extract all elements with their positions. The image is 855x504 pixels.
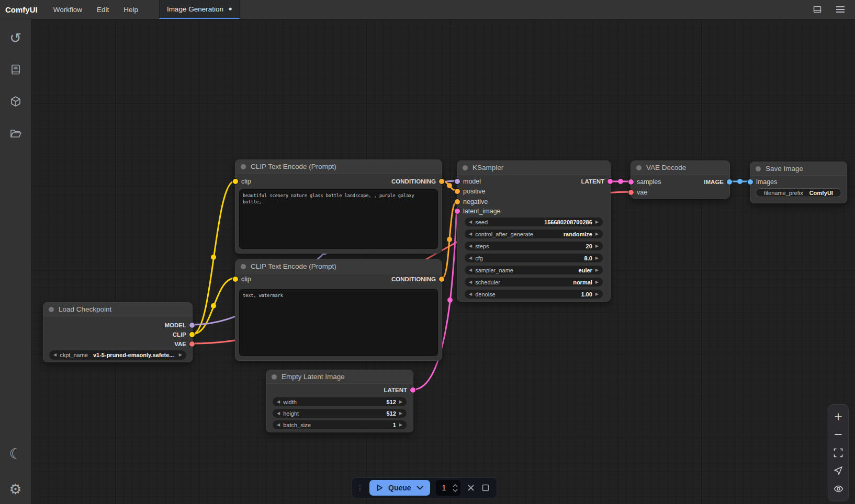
node-title[interactable]: CLIP Text Encode (Prompt) [235, 260, 442, 273]
menu-edit[interactable]: Edit [89, 0, 116, 19]
node-title[interactable]: Empty Latent Image [266, 370, 413, 384]
arrow-left-icon[interactable]: ◀ [469, 268, 472, 272]
arrow-right-icon[interactable]: ▶ [595, 244, 599, 248]
queue-button[interactable]: Queue [369, 480, 430, 496]
history-icon[interactable]: ↺ [5, 27, 27, 49]
collapse-dot[interactable] [463, 165, 468, 170]
navigation-icon[interactable] [833, 465, 844, 476]
node-vae-decode[interactable]: VAE Decode samples IMAGE vae [631, 161, 730, 199]
output-slot-latent[interactable] [608, 179, 613, 184]
node-empty-latent-image[interactable]: Empty Latent Image LATENT ◀ width 512 ▶ … [266, 370, 413, 432]
collapse-dot[interactable] [756, 166, 761, 171]
drag-handle-icon[interactable]: ⋮ [356, 484, 364, 491]
input-slot-samples[interactable] [628, 179, 634, 185]
output-slot-conditioning[interactable] [439, 179, 444, 184]
arrow-right-icon[interactable]: ▶ [595, 280, 599, 284]
output-slot-latent[interactable] [410, 387, 415, 393]
prompt-textarea[interactable]: beautiful scenery nature glass bottle la… [239, 189, 438, 249]
arrow-right-icon[interactable]: ▶ [179, 353, 182, 357]
menu-help[interactable]: Help [116, 0, 145, 19]
node-log-icon[interactable] [5, 59, 27, 81]
node-library-icon[interactable] [5, 90, 27, 112]
node-title[interactable]: CLIP Text Encode (Prompt) [235, 160, 442, 174]
widget-filename-prefix[interactable]: filename_prefix ComfyUI [756, 188, 841, 197]
node-title[interactable]: VAE Decode [631, 161, 729, 175]
menu-icon[interactable] [835, 4, 846, 15]
input-slot-clip[interactable] [233, 277, 238, 282]
widget-width[interactable]: ◀ width 512 ▶ [273, 397, 407, 406]
node-title[interactable]: Load Checkpoint [43, 303, 192, 316]
node-graph-canvas[interactable]: CLIP Text Encode (Prompt) clip CONDITION… [31, 19, 855, 504]
widget-sampler-name[interactable]: ◀ sampler_name euler ▶ [465, 266, 603, 274]
zoom-out-icon[interactable]: − [833, 429, 844, 441]
arrow-left-icon[interactable]: ◀ [469, 220, 472, 224]
output-slot-clip[interactable] [189, 332, 195, 337]
output-slot-model[interactable] [189, 323, 195, 328]
collapse-dot[interactable] [49, 307, 54, 312]
collapse-dot[interactable] [272, 374, 277, 380]
bottom-panel-icon[interactable] [812, 4, 823, 15]
arrow-right-icon[interactable]: ▶ [399, 411, 402, 416]
arrow-right-icon[interactable]: ▶ [399, 400, 402, 404]
chevron-down-icon[interactable] [417, 486, 423, 490]
input-slot-model[interactable] [455, 179, 460, 184]
widget-steps[interactable]: ◀ steps 20 ▶ [465, 242, 603, 250]
widget-height[interactable]: ◀ height 512 ▶ [273, 409, 407, 418]
arrow-left-icon[interactable]: ◀ [277, 423, 280, 427]
output-slot-image[interactable] [727, 179, 732, 185]
widget-cfg[interactable]: ◀ cfg 8.0 ▶ [465, 254, 603, 262]
widget-denoise[interactable]: ◀ denoise 1.00 ▶ [465, 290, 603, 299]
theme-toggle-icon[interactable]: ☾ [5, 442, 27, 464]
node-ksampler[interactable]: KSampler model LATENT positive negative … [457, 161, 611, 302]
node-title[interactable]: KSampler [457, 161, 610, 175]
collapse-dot[interactable] [636, 165, 642, 170]
zoom-in-icon[interactable]: + [833, 411, 844, 422]
widget-seed[interactable]: ◀ seed 156680208700286 ▶ [465, 217, 603, 226]
spinner-up-icon[interactable] [453, 484, 458, 487]
arrow-left-icon[interactable]: ◀ [277, 411, 280, 416]
input-slot-positive[interactable] [455, 189, 460, 194]
output-slot-conditioning[interactable] [439, 277, 444, 282]
node-clip-text-encode-2[interactable]: CLIP Text Encode (Prompt) clip CONDITION… [235, 259, 442, 361]
input-slot-clip[interactable] [233, 179, 238, 184]
node-save-image[interactable]: Save Image images filename_prefix ComfyU… [750, 162, 847, 203]
fit-view-icon[interactable] [833, 447, 844, 459]
node-clip-text-encode-1[interactable]: CLIP Text Encode (Prompt) clip CONDITION… [235, 159, 442, 254]
collapse-dot[interactable] [241, 164, 246, 169]
arrow-right-icon[interactable]: ▶ [595, 232, 599, 236]
node-load-checkpoint[interactable]: Load Checkpoint MODEL CLIP VAE ◀ ckpt_na… [43, 302, 193, 362]
arrow-left-icon[interactable]: ◀ [277, 400, 280, 404]
arrow-left-icon[interactable]: ◀ [469, 280, 472, 284]
widget-scheduler[interactable]: ◀ scheduler normal ▶ [465, 278, 603, 287]
arrow-left-icon[interactable]: ◀ [469, 256, 472, 260]
arrow-left-icon[interactable]: ◀ [469, 244, 472, 248]
widget-control-after-generate[interactable]: ◀ control_after_generate randomize ▶ [465, 230, 603, 238]
arrow-right-icon[interactable]: ▶ [399, 423, 402, 427]
arrow-right-icon[interactable]: ▶ [595, 256, 599, 260]
arrow-right-icon[interactable]: ▶ [595, 268, 599, 272]
prompt-textarea[interactable]: text, watermark [239, 289, 438, 356]
menu-workflow[interactable]: Workflow [46, 0, 89, 19]
widget-batch-size[interactable]: ◀ batch_size 1 ▶ [273, 420, 407, 429]
collapse-dot[interactable] [241, 264, 246, 269]
arrow-right-icon[interactable]: ▶ [595, 292, 599, 296]
batch-count-input[interactable]: 1 [436, 480, 460, 496]
tab-image-generation[interactable]: Image Generation ● [159, 0, 240, 19]
toggle-links-eye-icon[interactable] [833, 483, 844, 495]
widget-ckpt-name[interactable]: ◀ ckpt_name v1-5-pruned-emaonly.safete..… [49, 350, 186, 360]
input-slot-vae[interactable] [628, 190, 634, 195]
arrow-left-icon[interactable]: ◀ [469, 292, 472, 296]
stop-icon[interactable] [481, 483, 490, 492]
arrow-left-icon[interactable]: ◀ [469, 232, 472, 236]
clear-queue-icon[interactable] [466, 483, 476, 492]
arrow-right-icon[interactable]: ▶ [595, 220, 599, 224]
input-slot-images[interactable] [748, 179, 753, 185]
settings-icon[interactable]: ⚙ [5, 478, 27, 500]
spinner-down-icon[interactable] [453, 489, 458, 492]
output-slot-vae[interactable] [189, 341, 195, 347]
input-slot-negative[interactable] [455, 199, 460, 204]
node-title[interactable]: Save Image [750, 162, 847, 176]
arrow-left-icon[interactable]: ◀ [53, 353, 57, 357]
input-slot-latent-image[interactable] [455, 209, 460, 214]
workflows-icon[interactable] [5, 122, 27, 144]
